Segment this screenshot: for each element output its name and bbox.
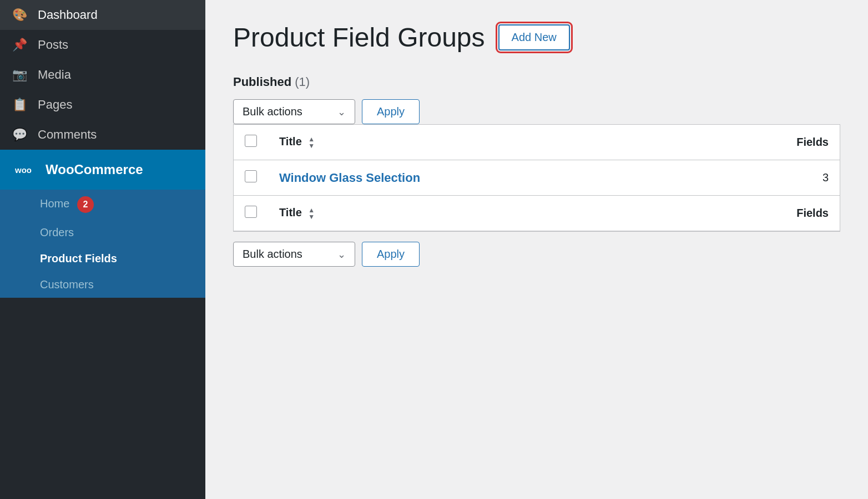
- sidebar-item-pages[interactable]: 📋 Pages: [0, 90, 205, 120]
- select-all-checkbox[interactable]: [245, 135, 257, 147]
- sidebar-item-orders[interactable]: Orders: [0, 220, 205, 246]
- woo-icon: woo: [11, 157, 36, 182]
- woocommerce-section: woo WooCommerce Home 2 Orders Product Fi…: [0, 150, 205, 298]
- apply-button-top[interactable]: Apply: [362, 99, 420, 124]
- page-title: Product Field Groups: [233, 22, 485, 53]
- chevron-down-icon: ⌄: [337, 248, 346, 261]
- row-title-cell: Window Glass Selection: [268, 160, 729, 196]
- title-footer-header[interactable]: Title ▲▼: [268, 196, 729, 231]
- page-header: Product Field Groups Add New: [233, 22, 840, 53]
- product-field-groups-table: Title ▲▼ Fields Window Glass Selection 3: [233, 124, 840, 231]
- row-title-link[interactable]: Window Glass Selection: [279, 171, 420, 185]
- table-footer-row: Title ▲▼ Fields: [234, 196, 840, 231]
- sidebar-item-label: Dashboard: [38, 8, 98, 22]
- media-icon: 📷: [11, 68, 28, 82]
- sidebar-item-home[interactable]: Home 2: [0, 190, 205, 220]
- sidebar-item-comments[interactable]: 💬 Comments: [0, 120, 205, 150]
- fields-column-header: Fields: [729, 125, 840, 160]
- sidebar: 🎨 Dashboard 📌 Posts 📷 Media 📋 Pages 💬 Co…: [0, 0, 205, 499]
- top-toolbar: Bulk actions ⌄ Apply: [233, 99, 840, 124]
- sidebar-item-dashboard[interactable]: 🎨 Dashboard: [0, 0, 205, 30]
- sidebar-item-label: Posts: [38, 38, 68, 52]
- sidebar-item-product-fields[interactable]: Product Fields: [0, 246, 205, 272]
- select-all-footer: [234, 196, 269, 231]
- pages-icon: 📋: [11, 98, 28, 112]
- title-column-header[interactable]: Title ▲▼: [268, 125, 729, 160]
- sidebar-item-label: Media: [38, 68, 71, 82]
- sidebar-item-label: Pages: [38, 98, 72, 112]
- main-content: Product Field Groups Add New Published (…: [205, 0, 868, 499]
- bulk-actions-select-bottom[interactable]: Bulk actions ⌄: [233, 242, 355, 267]
- table-wrapper: Title ▲▼ Fields Window Glass Selection 3: [233, 124, 840, 231]
- bulk-actions-select-top[interactable]: Bulk actions ⌄: [233, 99, 355, 124]
- sidebar-item-media[interactable]: 📷 Media: [0, 60, 205, 90]
- row-checkbox-cell: [234, 160, 269, 196]
- sort-arrows-footer-icon[interactable]: ▲▼: [308, 207, 315, 220]
- row-fields-cell: 3: [729, 160, 840, 196]
- section-count: (1): [295, 75, 310, 89]
- select-all-footer-checkbox[interactable]: [245, 206, 257, 218]
- sort-arrows-icon[interactable]: ▲▼: [308, 136, 315, 149]
- row-checkbox[interactable]: [245, 170, 257, 182]
- section-label: Published (1): [233, 75, 840, 89]
- chevron-down-icon: ⌄: [337, 106, 346, 118]
- fields-footer-header: Fields: [729, 196, 840, 231]
- select-all-header: [234, 125, 269, 160]
- comments-icon: 💬: [11, 128, 28, 142]
- add-new-button[interactable]: Add New: [498, 24, 570, 50]
- woocommerce-label: WooCommerce: [46, 162, 143, 177]
- sidebar-item-label: Comments: [38, 128, 97, 142]
- bottom-toolbar: Bulk actions ⌄ Apply: [233, 231, 840, 267]
- sidebar-item-woocommerce[interactable]: woo WooCommerce: [0, 150, 205, 190]
- sidebar-item-customers[interactable]: Customers: [0, 272, 205, 298]
- home-badge: 2: [77, 196, 94, 213]
- table-header-row: Title ▲▼ Fields: [234, 125, 840, 160]
- table-row: Window Glass Selection 3: [234, 160, 840, 196]
- apply-button-bottom[interactable]: Apply: [362, 242, 420, 267]
- posts-icon: 📌: [11, 38, 28, 52]
- woocommerce-submenu: Home 2 Orders Product Fields Customers: [0, 190, 205, 298]
- dashboard-icon: 🎨: [11, 8, 28, 22]
- sidebar-item-posts[interactable]: 📌 Posts: [0, 30, 205, 60]
